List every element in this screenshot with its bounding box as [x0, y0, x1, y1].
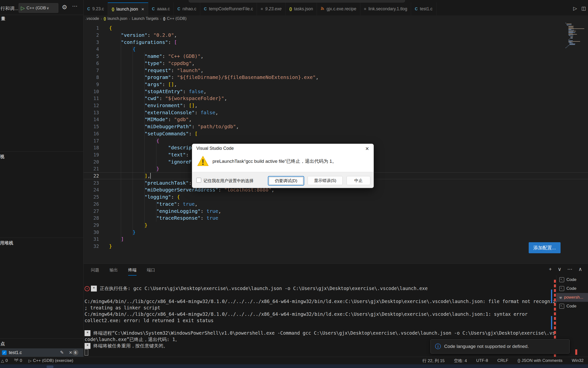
- terminal-list-item[interactable]: >_Code: [556, 284, 588, 293]
- chevron-down-icon[interactable]: ∨: [558, 266, 561, 272]
- code-line[interactable]: 7 "request": "launch",: [84, 67, 588, 74]
- code-line[interactable]: 9 "args": [],: [84, 81, 588, 88]
- section-header[interactable]: 视: [0, 154, 4, 160]
- code-line[interactable]: 12 "environment": [],: [84, 102, 588, 109]
- code-text: }: [109, 166, 159, 172]
- section-header[interactable]: 点: [0, 341, 5, 347]
- status-item[interactable]: 行 22, 列 15: [422, 358, 445, 364]
- code-line[interactable]: 13 "externalConsole": false,: [84, 109, 588, 116]
- code-text: "ignoreFa: [109, 159, 195, 165]
- run-file-icon[interactable]: ▷: [573, 5, 577, 11]
- code-line[interactable]: 27 "engineLogging": true,: [84, 207, 588, 215]
- tab-nihao.c[interactable]: Cnihao.c: [174, 2, 200, 15]
- dialog-button-debug-anyway[interactable]: 仍要调试(D): [268, 176, 304, 186]
- code-line[interactable]: 16 "setupCommands": [: [84, 130, 588, 137]
- tab-9.23.c[interactable]: C9.23.c: [84, 2, 108, 15]
- status-item[interactable]: UTF-8: [476, 358, 488, 363]
- status-item[interactable]: Win32: [572, 358, 584, 363]
- status-warning-triangle[interactable]: △0: [1, 358, 8, 363]
- code-line[interactable]: 3 "configurations": [: [84, 38, 588, 46]
- tab-9.23.exe[interactable]: ≡9.23.exe: [257, 2, 285, 15]
- breakpoint-row[interactable]: ✓ test1.c ✎ ✕ 6: [0, 348, 83, 357]
- panel-tab-问题[interactable]: 问题: [91, 267, 99, 276]
- tab-link.secondary.1.tlog[interactable]: ≡link.secondary.1.tlog: [360, 2, 411, 15]
- tab-tasks.json[interactable]: {}tasks.json: [286, 2, 317, 15]
- breadcrumb[interactable]: .vscode›{}launch.json›Launch Targets›{}C…: [86, 16, 187, 21]
- ellipsis-icon[interactable]: ⋯: [72, 3, 78, 9]
- breadcrumb-item[interactable]: Launch Targets: [132, 16, 159, 21]
- minimap[interactable]: [565, 23, 587, 48]
- terminal-row: C:/mingw64/bin/../lib/gcc/x86_64-w64-min…: [85, 311, 556, 317]
- minimap-line: [568, 34, 577, 35]
- tab-launch.json[interactable]: {}launch.json✕: [108, 2, 148, 15]
- code-line[interactable]: 26 "trace": true,: [84, 201, 588, 208]
- c-file-icon: C: [204, 7, 207, 11]
- line-number: 27: [84, 208, 109, 214]
- dialog-button-show-errors[interactable]: 显示错误(S): [308, 176, 343, 185]
- code-editor[interactable]: .vscode›{}launch.json›Launch Targets›{}C…: [84, 15, 588, 264]
- tab-gjx.c.exe.recipe[interactable]: gjx.c.exe.recipe: [317, 2, 360, 15]
- dialog-title-bar[interactable]: Visual Studio Code ✕: [192, 144, 374, 153]
- code-line[interactable]: 11 "cwd": "${workspaceFolder}",: [84, 95, 588, 102]
- code-line[interactable]: 15 "miDebuggerPath": "path/to/gdb",: [84, 123, 588, 130]
- notification-toast[interactable]: ⓘ Code language not supported or defined…: [430, 339, 570, 354]
- command-center-box[interactable]: [189, 0, 405, 2]
- status-item[interactable]: {} JSON with Comments: [518, 358, 563, 363]
- code-text: ],: [109, 173, 150, 179]
- terminal-list-item[interactable]: >_Code: [556, 302, 588, 311]
- close-icon[interactable]: ✕: [141, 7, 144, 12]
- code-line[interactable]: 31 ]: [84, 236, 588, 243]
- tab-aaaa.c[interactable]: Caaaa.c: [148, 2, 174, 15]
- code-line[interactable]: 17 {: [84, 137, 588, 144]
- status-item[interactable]: 空格: 4: [454, 358, 467, 364]
- status-debug[interactable]: ▷C++ (GDB) (exercise): [28, 358, 73, 363]
- code-line[interactable]: 10 "stopAtEntry": false,: [84, 88, 588, 95]
- divider: [0, 338, 83, 339]
- section-header[interactable]: 量: [1, 16, 5, 22]
- panel-tab-端口[interactable]: 端口: [147, 267, 155, 276]
- new-terminal-icon[interactable]: +: [549, 266, 552, 272]
- status-broadcast-antenna[interactable]: 0: [14, 358, 22, 363]
- minimap-line: [567, 46, 568, 46]
- section-header[interactable]: 用堆栈: [0, 240, 13, 246]
- edit-pencil-icon[interactable]: ✎: [60, 350, 64, 355]
- code-line[interactable]: 29 }: [84, 222, 588, 229]
- code-text: "logging": {: [109, 194, 180, 200]
- code-line[interactable]: 1{: [84, 25, 588, 32]
- code-line[interactable]: 30 }: [84, 228, 588, 236]
- remember-choice-checkbox[interactable]: [196, 178, 201, 183]
- code-line[interactable]: 2 "version": "0.2.0",: [84, 32, 588, 39]
- terminal-icon: >_: [559, 277, 564, 282]
- code-text: }: [109, 222, 148, 228]
- debug-config-dropdown[interactable]: ▷ C++ (GDB ∨: [19, 3, 58, 13]
- settings-gear-icon[interactable]: ⚙: [62, 4, 67, 11]
- breadcrumb-item[interactable]: C++ (GDB): [167, 16, 187, 21]
- ellipsis-icon[interactable]: ⋯: [567, 266, 573, 272]
- code-line[interactable]: 14 "MIMode": "gdb",: [84, 116, 588, 123]
- code-line[interactable]: 25 "logging": {: [84, 193, 588, 201]
- code-line[interactable]: 6 "type": "cppdbg",: [84, 60, 588, 67]
- code-text: "externalConsole": false,: [109, 110, 218, 115]
- breakpoint-checkbox[interactable]: ✓: [2, 350, 7, 355]
- code-line[interactable]: 5 "name": "C++ (GDB)",: [84, 53, 588, 60]
- tab-tempCodeRunnerFile.c[interactable]: CtempCodeRunnerFile.c: [200, 2, 257, 15]
- code-line[interactable]: 32}: [84, 243, 588, 250]
- panel-tab-终端[interactable]: 终端: [128, 267, 137, 276]
- close-icon[interactable]: ✕: [69, 350, 72, 355]
- terminal-list-item[interactable]: >_Code: [556, 275, 588, 284]
- tab-test1.c[interactable]: Ctest1.c: [411, 2, 436, 15]
- split-editor-icon[interactable]: ◫: [581, 5, 586, 11]
- terminal-list-item[interactable]: ⚒powersh...: [556, 293, 588, 302]
- debug-start-icon[interactable]: ▷: [21, 5, 25, 11]
- code-line[interactable]: 4 {: [84, 46, 588, 53]
- panel-tab-输出[interactable]: 输出: [110, 267, 118, 276]
- breadcrumb-item[interactable]: .vscode: [86, 16, 99, 21]
- dialog-button-abort[interactable]: 中止: [347, 176, 370, 185]
- close-icon[interactable]: ✕: [365, 146, 369, 152]
- breadcrumb-item[interactable]: launch.json: [107, 16, 127, 21]
- add-configuration-button[interactable]: 添加配置...: [529, 242, 561, 253]
- code-line[interactable]: 8 "program": "${fileDirname}/${fileBasen…: [84, 74, 588, 81]
- code-line[interactable]: 28 "traceResponse": true: [84, 215, 588, 222]
- chevron-up-icon[interactable]: ∧: [578, 266, 582, 272]
- status-item[interactable]: CRLF: [497, 358, 508, 363]
